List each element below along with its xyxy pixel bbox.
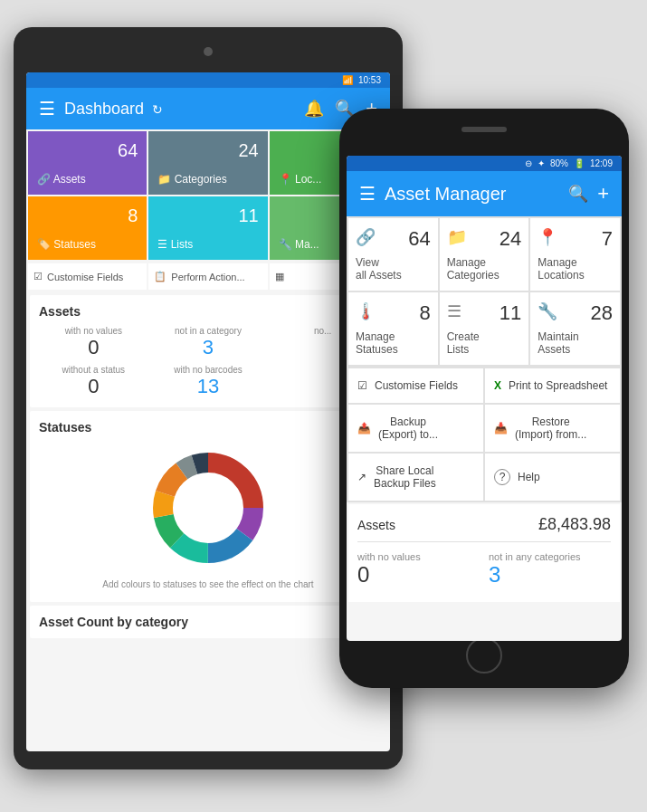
manage-locations-count: 7: [602, 227, 613, 251]
tablet-screen: 📶 10:53 ☰ Dashboard ↻ 🔔 🔍 + 64 🔗 Assets: [26, 72, 390, 751]
tablet-camera: [204, 47, 213, 56]
statuses-section-title: Statuses: [39, 420, 377, 435]
phone-assets-header: Assets £8,483.98: [357, 515, 611, 542]
phone-menu-icon[interactable]: ☰: [359, 183, 376, 205]
customise-fields-btn[interactable]: ☑ Customise Fields: [28, 263, 147, 290]
assets-label: 🔗 Assets: [37, 173, 138, 186]
phone-manage-locations-tile[interactable]: 📍 7 ManageLocations: [530, 218, 620, 291]
categories-count: 24: [157, 140, 258, 161]
statuses-label: 🏷️ Statuses: [37, 238, 138, 251]
assets-count: 64: [37, 140, 138, 161]
phone-status-bar: ⊖ ✦ 80% 🔋 12:09: [347, 156, 622, 171]
phone-maintain-assets-tile[interactable]: 🔧 28 MaintainAssets: [530, 292, 620, 365]
phone-share-icon: ↗: [357, 471, 366, 483]
phone-restore-btn[interactable]: 📥 Restore(Import) from...: [485, 405, 620, 452]
sync-icon[interactable]: ↻: [152, 102, 163, 117]
manage-locations-label: ManageLocations: [538, 256, 613, 282]
phone-manage-categories-tile[interactable]: 📁 24 ManageCategories: [440, 218, 529, 291]
lists-tile[interactable]: 11 ☰ Lists: [148, 196, 267, 260]
stat-no-barcodes: with no barcodes 13: [154, 365, 263, 398]
phone-device: ⊖ ✦ 80% 🔋 12:09 ☰ Asset Manager 🔍 + 🔗 64…: [339, 109, 629, 688]
manage-categories-count: 24: [500, 227, 521, 251]
phone-stat-not-in-categories: not in any categories 3: [489, 551, 611, 588]
donut-chart-wrapper: [39, 440, 377, 576]
phone-add-icon[interactable]: +: [597, 182, 609, 205]
manage-statuses-count: 8: [419, 301, 430, 325]
phone-assets-section: Assets £8,483.98 with no values 0 not in…: [348, 504, 620, 602]
manage-locations-icon: 📍: [538, 227, 557, 247]
statuses-count: 8: [37, 205, 138, 226]
menu-icon[interactable]: ☰: [39, 98, 55, 119]
phone-header: ☰ Asset Manager 🔍 +: [347, 171, 622, 216]
svg-point-9: [183, 482, 233, 533]
categories-tile[interactable]: 24 📁 Categories: [148, 131, 267, 195]
create-lists-count: 11: [500, 301, 521, 325]
tablet-action-row: ☑ Customise Fields 📋 Perform Action... ▦: [26, 262, 390, 291]
tablet-asset-count-section: Asset Count by category: [30, 606, 386, 638]
phone-create-lists-tile[interactable]: ☰ 11 CreateLists: [440, 292, 529, 365]
phone-excel-icon: X: [494, 379, 501, 392]
lists-label: ☰ Lists: [157, 238, 258, 251]
phone-checkbox-icon: ☑: [357, 379, 367, 392]
donut-hint: Add colours to statuses to see the effec…: [39, 576, 377, 593]
perform-action-btn[interactable]: 📋 Perform Action...: [148, 263, 267, 290]
phone-view-assets-tile[interactable]: 🔗 64 Viewall Assets: [348, 218, 438, 291]
lists-count: 11: [157, 205, 258, 226]
tablet-header: ☰ Dashboard ↻ 🔔 🔍 +: [26, 88, 390, 129]
phone-search-icon[interactable]: 🔍: [568, 184, 588, 204]
assets-section-title: Assets: [39, 304, 377, 319]
manage-statuses-label: ManageStatuses: [356, 330, 431, 356]
phone-backup-btn[interactable]: 📤 Backup(Export) to...: [348, 405, 483, 452]
phone-assets-label: Assets: [357, 518, 395, 532]
phone-customise-fields-btn[interactable]: ☑ Customise Fields: [348, 368, 483, 403]
tablet-statuses-section: Statuses Add colours to statuses to see …: [30, 411, 386, 602]
tablet-time: 10:53: [358, 75, 381, 85]
phone-battery-pct: 80%: [550, 158, 568, 168]
action-icon: 📋: [154, 271, 167, 282]
assets-tile[interactable]: 64 🔗 Assets: [28, 131, 147, 195]
asset-count-title: Asset Count by category: [39, 615, 377, 629]
tablet-title: Dashboard ↻: [64, 100, 295, 119]
create-lists-icon: ☰: [447, 301, 461, 321]
view-assets-count: 64: [408, 227, 430, 251]
phone-import-icon: 📥: [494, 422, 508, 435]
maintain-assets-label: MaintainAssets: [538, 330, 613, 356]
phone-time: 12:09: [590, 158, 613, 168]
phone-tiles-grid: 🔗 64 Viewall Assets 📁 24 ManageCategorie…: [347, 216, 622, 367]
phone-home-button[interactable]: [466, 637, 502, 673]
phone-export-icon: 📤: [357, 422, 371, 435]
maintain-assets-icon: 🔧: [538, 301, 557, 321]
tablet-assets-stats: Assets with no values 0 not in a categor…: [30, 295, 386, 407]
tablet-status-bar: 📶 10:53: [26, 72, 390, 88]
phone-share-backup-btn[interactable]: ↗ Share LocalBackup Files: [348, 454, 483, 501]
phone-bluetooth-icon: ✦: [538, 158, 545, 168]
phone-screen: ⊖ ✦ 80% 🔋 12:09 ☰ Asset Manager 🔍 + 🔗 64…: [347, 156, 622, 641]
bell-icon[interactable]: 🔔: [304, 99, 324, 119]
checkbox-icon: ☑: [33, 271, 43, 282]
stats-grid: with no values 0 not in a category 3 no.…: [39, 326, 377, 398]
tablet-tiles-grid: 64 🔗 Assets 24 📁 Categories 📍 Loc... 8 🏷…: [26, 129, 390, 262]
phone-title: Asset Manager: [385, 184, 559, 205]
phone-help-icon: ?: [494, 469, 510, 485]
manage-statuses-icon: 🌡️: [356, 301, 376, 321]
phone-battery-icon: 🔋: [574, 158, 585, 168]
statuses-tile[interactable]: 8 🏷️ Statuses: [28, 196, 147, 260]
phone-print-spreadsheet-btn[interactable]: X Print to Spreadsheet: [485, 368, 620, 403]
phone-assets-value: £8,483.98: [538, 515, 611, 534]
phone-speaker: [461, 127, 507, 132]
view-assets-label: Viewall Assets: [356, 256, 431, 282]
manage-categories-icon: 📁: [447, 227, 467, 247]
categories-label: 📁 Categories: [157, 173, 258, 186]
stat-no-values: with no values 0: [39, 326, 148, 359]
phone-signal: ⊖: [525, 158, 532, 168]
phone-help-btn[interactable]: ? Help: [485, 454, 620, 501]
phone-assets-stats-row: with no values 0 not in any categories 3: [357, 542, 611, 597]
view-assets-icon: 🔗: [356, 227, 376, 247]
barcode-icon: ▦: [275, 271, 284, 282]
phone-manage-statuses-tile[interactable]: 🌡️ 8 ManageStatuses: [348, 292, 438, 365]
phone-actions-grid: ☑ Customise Fields X Print to Spreadshee…: [347, 367, 622, 502]
stat-no-category: not in a category 3: [154, 326, 263, 359]
wifi-icon: 📶: [342, 75, 353, 85]
maintain-assets-count: 28: [591, 301, 613, 325]
create-lists-label: CreateLists: [447, 330, 522, 356]
